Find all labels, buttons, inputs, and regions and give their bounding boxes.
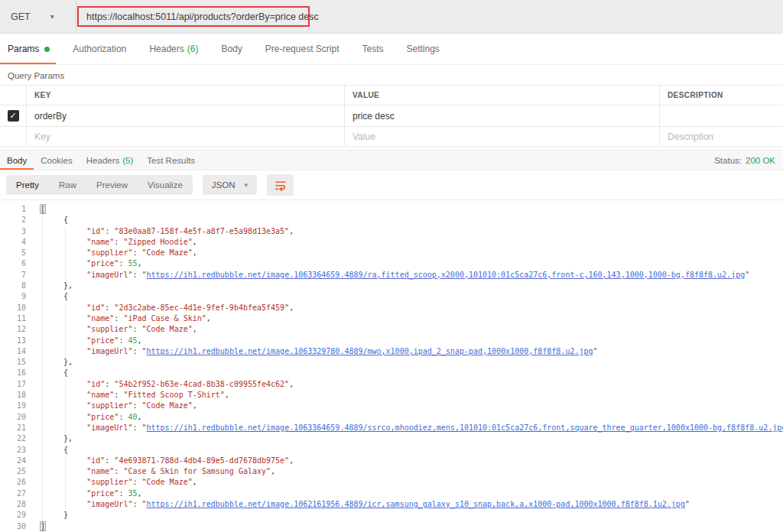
view-pretty-button[interactable]: Pretty	[6, 175, 49, 195]
code-token: "name"	[86, 314, 114, 323]
status-value: 200 OK	[746, 156, 775, 165]
indent-guide	[65, 477, 66, 488]
line-number: 15	[0, 357, 26, 368]
code-line-content: "name": "iPad Case & Skin",	[41, 313, 211, 324]
line-number: 13	[0, 336, 26, 346]
code-token: :	[105, 227, 114, 235]
line-number: 23	[0, 445, 26, 456]
code-token: "Code Maze"	[141, 478, 192, 486]
checkbox-checked-icon[interactable]: ✓	[8, 110, 19, 122]
indent-guide	[42, 281, 43, 291]
code-line: 8 },	[0, 281, 783, 291]
column-header-label: DESCRIPTION	[668, 91, 723, 99]
tab-params[interactable]: Params	[0, 34, 56, 64]
code-line-content: "id": "54b2f952-b63e-4cad-8b38-c09955fe4…	[41, 379, 294, 390]
response-tab-test-results[interactable]: Test Results	[140, 151, 202, 170]
indent-guide	[42, 291, 43, 302]
code-token: "price"	[86, 413, 119, 421]
response-tab-cookies[interactable]: Cookies	[34, 151, 80, 170]
method-select[interactable]: GET ▾	[0, 0, 76, 33]
url-input[interactable]: https://localhost:5011/api/products?orde…	[76, 0, 783, 33]
line-number: 4	[0, 237, 26, 248]
text-wrap-icon	[275, 179, 287, 191]
code-token: :	[119, 413, 128, 421]
indent-guide	[42, 433, 43, 444]
code-line-content: "supplier": "Code Maze",	[41, 401, 197, 411]
view-visualize-button[interactable]: Visualize	[138, 175, 193, 195]
response-status: Status: 200 OK	[714, 151, 783, 170]
code-line: 27 "price": 35,	[0, 488, 783, 499]
code-token: :	[105, 456, 114, 465]
response-tab-body[interactable]: Body	[0, 151, 34, 170]
code-line-content: "imageUrl": "https://ih1.redbubble.net/i…	[41, 270, 749, 281]
tab-headers[interactable]: Headers(6)	[143, 34, 204, 64]
tab-settings[interactable]: Settings	[401, 34, 446, 64]
code-line: 3 "id": "83e0aa87-158f-4e5f-a8f7-e5a98d1…	[0, 226, 783, 237]
code-token: :	[119, 336, 128, 345]
image-url-link[interactable]: https://ih1.redbubble.net/image.10633646…	[147, 271, 746, 279]
view-raw-button[interactable]: Raw	[49, 175, 86, 195]
line-number: 16	[0, 368, 26, 378]
line-number: 1	[0, 204, 26, 215]
bracket-match: ]	[41, 522, 45, 530]
column-header: KEY	[26, 86, 344, 105]
line-number: 27	[0, 488, 26, 499]
image-url-link[interactable]: https://ih1.redbubble.net/image.10621619…	[147, 500, 685, 508]
param-description-field[interactable]: Description	[659, 127, 783, 146]
code-line-content: "supplier": "Code Maze",	[41, 477, 197, 488]
tab-pre-request-script[interactable]: Pre-request Script	[259, 34, 346, 64]
tab-tests[interactable]: Tests	[356, 34, 389, 64]
code-token: :	[132, 478, 141, 486]
param-description-field[interactable]	[659, 105, 783, 126]
tab-label: Params	[8, 44, 39, 54]
code-line-content: "name": "Fitted Scoop T-Shirt",	[41, 390, 229, 401]
param-value-field[interactable]: Value	[344, 127, 659, 146]
param-key-field[interactable]: Key	[26, 127, 344, 146]
code-line: 5 "supplier": "Code Maze",	[0, 248, 783, 258]
indent-guide	[65, 226, 66, 237]
code-token: "name"	[86, 467, 114, 475]
tab-body[interactable]: Body	[215, 34, 248, 64]
table-header-row: KEYVALUEDESCRIPTION	[0, 86, 783, 105]
code-token	[41, 380, 86, 388]
code-token: "Zipped Hoodie"	[123, 238, 192, 246]
code-line-content: },	[41, 433, 73, 444]
code-line: 24 "id": "4e693871-788d-4db4-89e5-dd7678…	[0, 456, 783, 466]
code-line: 25 "name": "Case & Skin for Samsung Gala…	[0, 466, 783, 477]
response-body-editor[interactable]: 1[2 {3 "id": "83e0aa87-158f-4e5f-a8f7-e5…	[0, 200, 783, 532]
code-token: ,	[225, 391, 229, 399]
code-line: 19 "supplier": "Code Maze",	[0, 401, 783, 411]
indent-guide	[42, 390, 43, 401]
code-token	[41, 467, 86, 475]
line-number: 7	[0, 270, 26, 281]
param-key-field[interactable]: orderBy	[26, 105, 344, 126]
code-line: 14 "imageUrl": "https://ih1.redbubble.ne…	[0, 346, 783, 357]
indent-guide	[42, 368, 43, 378]
wrap-text-button[interactable]	[267, 174, 294, 196]
line-number: 30	[0, 521, 26, 532]
code-line-content: "imageUrl": "https://ih1.redbubble.net/i…	[41, 423, 783, 433]
view-preview-button[interactable]: Preview	[86, 175, 138, 195]
code-line: 28 "imageUrl": "https://ih1.redbubble.ne…	[0, 499, 783, 510]
code-token: :	[105, 303, 114, 312]
param-row: ✓orderByprice desc	[0, 105, 783, 127]
bracket-match: [	[41, 205, 45, 213]
code-token	[41, 325, 86, 333]
image-url-link[interactable]: https://ih1.redbubble.net/image.10633646…	[147, 423, 783, 432]
indent-guide	[42, 477, 43, 488]
response-tab-headers[interactable]: Headers(5)	[80, 151, 141, 170]
indent-guide	[42, 499, 43, 510]
image-url-link[interactable]: https://ih1.redbubble.net/image.10633297…	[147, 347, 593, 355]
indent-guide	[65, 270, 66, 281]
code-token: :	[132, 248, 141, 257]
code-token: ,	[137, 489, 141, 498]
param-value-field[interactable]: price desc	[344, 105, 659, 126]
code-token	[41, 347, 86, 355]
language-select[interactable]: JSON ▾	[203, 175, 257, 195]
code-token: :	[132, 271, 141, 279]
code-token: "supplier"	[86, 248, 132, 257]
code-line: 21 "imageUrl": "https://ih1.redbubble.ne…	[0, 423, 783, 433]
code-token	[41, 336, 86, 345]
unsaved-dot-icon	[44, 47, 50, 52]
tab-authorization[interactable]: Authorization	[67, 34, 132, 64]
